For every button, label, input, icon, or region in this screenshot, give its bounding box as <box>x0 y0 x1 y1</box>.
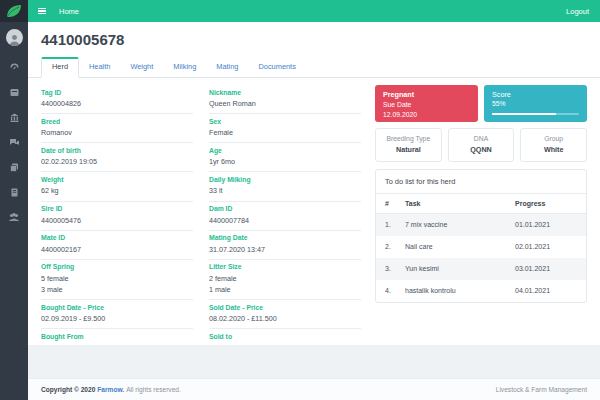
detail-row: Tag ID 4400004826 Nickname Queen Roman <box>41 85 361 114</box>
tab-health[interactable]: Health <box>79 57 120 78</box>
todo-num: 3. <box>385 265 405 272</box>
main-area: 4410005678 Herd Health Weight Milking Ma… <box>28 22 600 400</box>
todo-task: Nail care <box>405 243 515 250</box>
dashboard-icon[interactable] <box>0 55 28 80</box>
breeding-type-card: Breeding Type Natural <box>375 128 442 162</box>
box-icon[interactable] <box>0 80 28 105</box>
todo-task: 7 mix vaccine <box>405 221 515 228</box>
topbar: Home Logout <box>28 0 600 22</box>
tab-milking[interactable]: Milking <box>163 57 206 78</box>
home-link[interactable]: Home <box>59 7 79 16</box>
detail-row: Date of birth 02.02.2019 19:05 Age 1yr 6… <box>41 143 361 172</box>
detail-row: Breed Romanov Sex Female <box>41 114 361 143</box>
group-card: Group White <box>520 128 587 162</box>
todo-progress: 02.01.2021 <box>515 243 577 250</box>
field-mate-id: Mate ID 4400002167 <box>41 231 193 260</box>
field-off-spring: Off Spring 5 female 3 male <box>41 260 193 300</box>
tab-weight[interactable]: Weight <box>120 57 163 78</box>
logout-link[interactable]: Logout <box>566 7 589 16</box>
todo-card: To do list for this herd # Task Progress… <box>375 169 587 303</box>
todo-row: 3. Yun kesimi 03.01.2021 <box>376 258 586 280</box>
field-tag-id: Tag ID 4400004826 <box>41 85 193 114</box>
field-bought-from: Bought From Harper Farm <box>41 329 193 345</box>
todo-title: To do list for this herd <box>376 170 586 194</box>
hamburger-menu-icon[interactable] <box>38 8 46 15</box>
sidebar <box>0 0 28 400</box>
tab-herd[interactable]: Herd <box>41 57 79 78</box>
field-mating-date: Mating Date 31.07.2020 13:47 <box>209 231 361 260</box>
todo-task: Yun kesimi <box>405 265 515 272</box>
todo-progress: 04.01.2021 <box>515 287 577 294</box>
brand-link[interactable]: Farmow. <box>97 386 124 393</box>
users-icon[interactable] <box>0 205 28 230</box>
score-progress-fill <box>492 113 556 115</box>
field-age: Age 1yr 6mo <box>209 143 361 172</box>
page-title: 4410005678 <box>28 22 600 56</box>
todo-num: 2. <box>385 243 405 250</box>
todo-progress: 03.01.2021 <box>515 265 577 272</box>
leaf-logo[interactable] <box>0 0 28 22</box>
field-sex: Sex Female <box>209 114 361 143</box>
detail-row: Bought From Harper Farm Sold to Blue Oce… <box>41 329 361 345</box>
field-sire-id: Sire ID 4400005476 <box>41 202 193 231</box>
documents-icon[interactable] <box>0 180 28 205</box>
details-section: Tag ID 4400004826 Nickname Queen Roman B… <box>41 85 361 345</box>
footer: Copyright © 2020 Farmow. All rights rese… <box>28 378 600 400</box>
todo-row: 4. hastalik kontrolu 04.01.2021 <box>376 280 586 302</box>
todo-header-row: # Task Progress <box>376 194 586 214</box>
tab-mating[interactable]: Mating <box>206 57 248 78</box>
score-card: Score 55% <box>484 85 587 122</box>
app-window: Home Logout 4410005678 Herd Health Weigh… <box>0 0 600 400</box>
dna-card: DNA QQNN <box>448 128 515 162</box>
field-weight: Weight 62 kg <box>41 172 193 201</box>
content-card: 4410005678 Herd Health Weight Milking Ma… <box>28 22 600 345</box>
todo-progress: 01.01.2021 <box>515 221 577 228</box>
todo-num: 4. <box>385 287 405 294</box>
copyright-text: Copyright © 2020 <box>41 386 95 393</box>
field-breed: Breed Romanov <box>41 114 193 143</box>
field-sold-to: Sold to Blue Ocean Farm <box>209 329 361 345</box>
leaf-icon <box>6 4 22 18</box>
copy-icon[interactable] <box>0 155 28 180</box>
score-progress-track <box>492 113 579 115</box>
field-bought-date-price: Bought Date - Price 02.09.2019 - £9.500 <box>41 300 193 329</box>
tab-documents[interactable]: Documents <box>248 57 305 78</box>
todo-row: 2. Nail care 02.01.2021 <box>376 236 586 258</box>
detail-row: Sire ID 4400005476 Dam ID 4400007784 <box>41 202 361 231</box>
right-panel: Pregnant Sue Date 12.09.2020 Score 55% <box>375 85 587 345</box>
detail-row: Weight 62 kg Daily Milking 33 lt <box>41 172 361 201</box>
field-daily-milking: Daily Milking 33 lt <box>209 172 361 201</box>
detail-row: Off Spring 5 female 3 male Litter Size 2… <box>41 260 361 300</box>
todo-task: hastalik kontrolu <box>405 287 515 294</box>
tab-bar: Herd Health Weight Milking Mating Docume… <box>28 56 600 78</box>
field-nickname: Nickname Queen Roman <box>209 85 361 114</box>
footer-tagline: Livestock & Farm Management <box>496 386 587 393</box>
field-date-of-birth: Date of birth 02.02.2019 19:05 <box>41 143 193 172</box>
todo-num: 1. <box>385 221 405 228</box>
detail-row: Bought Date - Price 02.09.2019 - £9.500 … <box>41 300 361 329</box>
todo-row: 1. 7 mix vaccine 01.01.2021 <box>376 214 586 236</box>
field-dam-id: Dam ID 4400007784 <box>209 202 361 231</box>
field-litter-size: Litter Size 2 female 1 male <box>209 260 361 300</box>
avatar[interactable] <box>6 29 23 46</box>
bank-icon[interactable] <box>0 105 28 130</box>
rights-text: All rights reserved. <box>126 386 181 393</box>
chat-icon[interactable] <box>0 130 28 155</box>
person-icon <box>8 33 21 46</box>
detail-row: Mate ID 4400002167 Mating Date 31.07.202… <box>41 231 361 260</box>
pregnant-status-card: Pregnant Sue Date 12.09.2020 <box>375 85 478 122</box>
field-sold-date-price: Sold Date - Price 08.02.2020 - £11.500 <box>209 300 361 329</box>
